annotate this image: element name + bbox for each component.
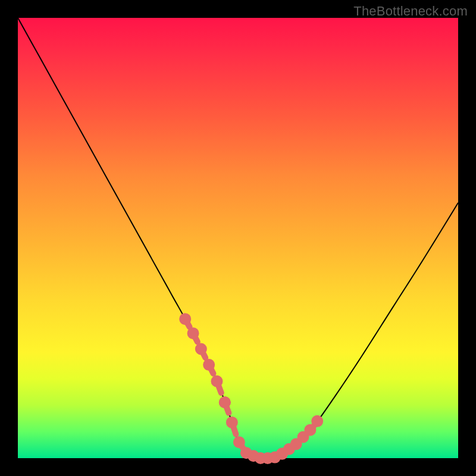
highlight-dots-right — [279, 418, 320, 457]
svg-point-12 — [222, 399, 228, 405]
svg-point-14 — [229, 419, 235, 425]
bottleneck-curve — [18, 18, 458, 459]
svg-point-33 — [293, 441, 299, 447]
svg-point-35 — [300, 434, 306, 440]
svg-point-7 — [206, 362, 212, 368]
svg-point-1 — [182, 316, 188, 322]
svg-point-38 — [314, 418, 320, 424]
svg-point-9 — [214, 378, 220, 384]
highlight-dots-left — [182, 316, 228, 405]
svg-point-5 — [198, 346, 204, 352]
highlight-dots-bottom — [222, 399, 285, 461]
chart-stage: TheBottleneck.com — [0, 0, 476, 476]
svg-point-3 — [190, 330, 196, 336]
watermark-text: TheBottleneck.com — [353, 4, 468, 19]
svg-point-37 — [307, 427, 313, 433]
curve-svg — [18, 18, 458, 458]
plot-area — [18, 18, 458, 458]
svg-point-16 — [236, 439, 242, 445]
